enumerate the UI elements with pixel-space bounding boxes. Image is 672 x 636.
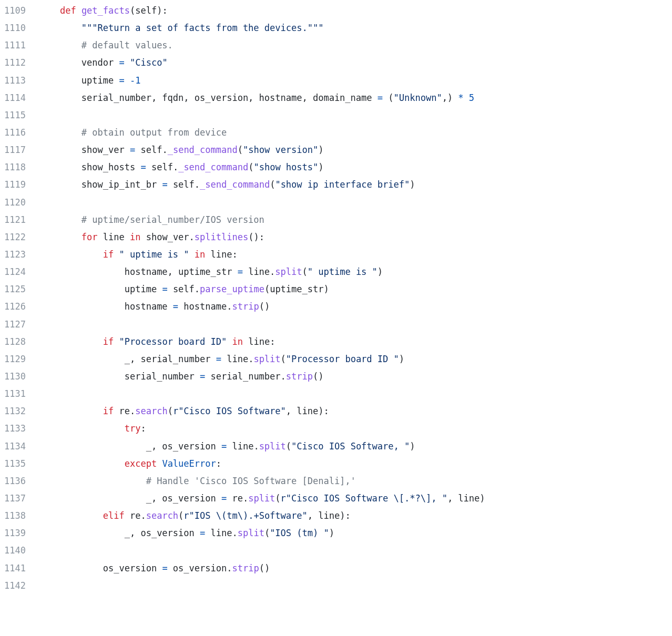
code-line[interactable]: _, os_version = re.split(r"Cisco IOS Sof… [38,490,672,507]
token-plain: show_ip_int_br [82,179,162,190]
token-plain: hostname, uptime_str [125,266,238,277]
token-str: "Cisco IOS Software, " [291,441,410,452]
line-number: 1136 [4,473,26,490]
line-number: 1127 [4,316,26,333]
token-op: = [162,284,167,294]
token-fn: splitlines [195,232,248,242]
token-plain: ) [410,441,415,452]
token-plain: os_version. [168,563,232,573]
code-line[interactable]: show_ip_int_br = self._send_command("sho… [38,176,672,193]
code-line[interactable]: if "Processor board ID" in line: [38,333,672,351]
code-line[interactable]: hostname, uptime_str = line.split(" upti… [38,263,672,281]
token-fn: parse_uptime [200,284,264,294]
line-number: 1126 [4,298,26,315]
token-plain [38,510,103,521]
token-str: "IOS (tm) " [270,528,329,538]
token-plain: _, serial_number [125,354,216,364]
code-line[interactable] [38,107,672,124]
token-plain [189,249,195,260]
token-plain [38,528,125,538]
token-op: = [221,441,227,452]
code-area[interactable]: def get_facts(self): """Return a set of … [38,2,672,594]
token-plain [125,75,130,86]
token-plain: ) [329,528,334,538]
token-plain [38,145,82,155]
token-kw: if [103,406,114,416]
token-plain: . [162,145,167,155]
token-plain: hostname [125,301,173,312]
token-op: * [458,93,463,103]
token-plain: ( [275,493,280,504]
token-plain: _, os_version [125,528,200,538]
token-plain: re. [227,493,248,504]
token-plain [38,75,82,86]
code-line[interactable]: hostname = hostname.strip() [38,298,672,315]
token-plain: ) [399,354,404,364]
line-number: 1121 [4,211,26,229]
code-line[interactable]: os_version = os_version.strip() [38,560,672,577]
code-line[interactable]: """Return a set of facts from the device… [38,19,672,37]
token-fn: strip [232,301,259,312]
code-line[interactable] [38,542,672,559]
token-plain: ( [383,93,393,103]
code-line[interactable]: show_ver = self._send_command("show vers… [38,141,672,159]
line-number: 1109 [4,2,26,19]
code-line[interactable] [38,385,672,403]
token-plain: ( [248,162,253,172]
code-line[interactable]: # default values. [38,37,672,54]
code-line[interactable] [38,316,672,333]
token-fn: get_facts [82,5,130,16]
token-plain: ( [286,441,291,452]
token-str: " uptime is " [308,266,378,277]
code-line[interactable]: # uptime/serial_number/IOS version [38,211,672,229]
token-plain: show_hosts [82,162,141,172]
token-str: "show version" [243,145,318,155]
code-line[interactable]: vendor = "Cisco" [38,54,672,71]
code-line[interactable]: uptime = self.parse_uptime(uptime_str) [38,281,672,298]
code-line[interactable]: serial_number = serial_number.strip() [38,368,672,385]
token-plain: ( [130,5,135,16]
code-line[interactable] [38,577,672,594]
token-plain: () [259,563,270,573]
line-number: 1135 [4,455,26,473]
code-line[interactable]: _, os_version = line.split("IOS (tm) ") [38,525,672,542]
token-plain [114,249,119,260]
token-str: " uptime is " [119,249,189,260]
token-plain: ) [318,145,323,155]
token-str: r"Cisco IOS Software \[.*?\], " [281,493,447,504]
token-plain: serial_number, fqdn, os_version, hostnam… [82,93,378,103]
token-kw: in [130,232,140,242]
line-number: 1131 [4,385,26,403]
token-com: # default values. [82,40,173,50]
token-plain: re. [114,406,135,416]
token-self: self [140,145,162,155]
code-line[interactable]: def get_facts(self): [38,2,672,19]
token-str: """Return a set of facts from the device… [82,23,324,33]
token-op: = [162,563,167,573]
token-plain: line. [227,441,259,452]
code-line[interactable]: _, os_version = line.split("Cisco IOS So… [38,438,672,455]
code-line[interactable]: # Handle 'Cisco IOS Software [Denali],' [38,473,672,490]
code-line[interactable]: serial_number, fqdn, os_version, hostnam… [38,89,672,107]
token-fn: split [253,354,280,364]
token-str: "show hosts" [253,162,318,172]
code-line[interactable]: uptime = -1 [38,72,672,89]
token-plain [38,354,125,364]
token-op: = [173,301,178,312]
code-line[interactable]: show_hosts = self._send_command("show ho… [38,159,672,176]
token-plain: line [98,232,130,242]
code-line[interactable]: except ValueError: [38,455,672,473]
code-line[interactable]: if " uptime is " in line: [38,246,672,263]
code-line[interactable]: _, serial_number = line.split("Processor… [38,351,672,368]
token-com: # obtain output from device [82,127,227,138]
code-line[interactable]: # obtain output from device [38,124,672,141]
code-line[interactable]: elif re.search(r"IOS \(tm\).+Software", … [38,507,672,525]
token-plain [38,40,82,50]
code-line[interactable]: try: [38,420,672,437]
token-plain: : [140,423,146,434]
code-line[interactable] [38,194,672,211]
code-line[interactable]: if re.search(r"Cisco IOS Software", line… [38,403,672,420]
code-line[interactable]: for line in show_ver.splitlines(): [38,229,672,246]
token-plain: ( [178,510,184,521]
line-number: 1139 [4,525,26,542]
